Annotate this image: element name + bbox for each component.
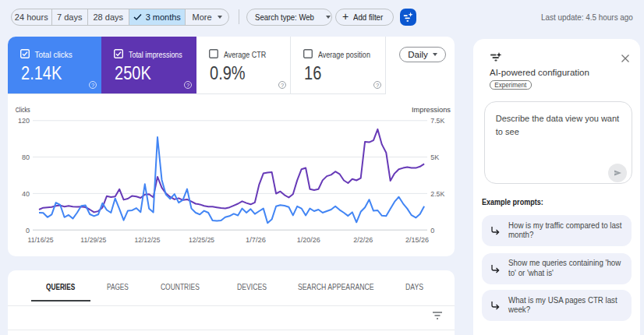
svg-text:1/20/26: 1/20/26 [297,236,320,244]
svg-text:7.5K: 7.5K [430,117,444,125]
svg-text:5K: 5K [430,153,439,161]
svg-text:0: 0 [430,227,434,235]
svg-text:11/16/25: 11/16/25 [28,236,54,244]
svg-text:Impressions: Impressions [412,105,451,114]
svg-text:2/2/26: 2/2/26 [353,236,373,244]
svg-text:12/25/25: 12/25/25 [189,236,214,244]
svg-text:80: 80 [22,153,30,161]
svg-text:40: 40 [22,190,30,198]
svg-text:11/29/25: 11/29/25 [80,236,106,244]
svg-text:12/12/25: 12/12/25 [135,236,161,244]
svg-text:1/7/26: 1/7/26 [246,236,266,244]
svg-text:120: 120 [18,117,30,125]
svg-text:Clicks: Clicks [16,105,30,114]
svg-text:0: 0 [26,227,30,235]
svg-text:2.5K: 2.5K [430,190,444,198]
svg-text:2/15/26: 2/15/26 [405,236,429,244]
